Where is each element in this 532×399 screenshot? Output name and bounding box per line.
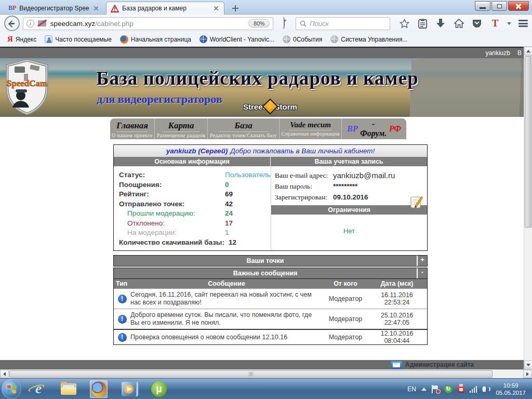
stat-moderated: Прошли модерацию: 24 [119,209,271,219]
globe-icon [330,35,338,43]
bookmark-label: Яндекс [16,36,36,43]
divider [289,130,332,130]
vertical-scrollbar[interactable] [524,47,532,369]
safely-remove-icon[interactable] [458,385,464,393]
info-icon: ! [118,315,127,324]
nav-label: Карта [155,121,207,131]
url-text[interactable]: speedcam.xyz/cabinet.php [50,20,249,28]
bookmark-control-system[interactable]: Система Управления... [327,34,410,44]
menu-button[interactable] [514,16,532,31]
stat-pending: На модерации: 1 [119,228,271,238]
tab-speedcam-recorder[interactable]: BP Видеорегистратор SpeedCa [4,2,104,15]
nav-item-vademecum[interactable]: Vade mecum Справочная информация [280,118,342,139]
language-indicator[interactable]: EN [407,385,416,393]
zoom-level-badge[interactable]: 80% [248,19,270,28]
points-expand-button[interactable]: + [417,256,427,266]
footer-admin-link[interactable]: Администрация сайта [405,361,474,368]
stat-points-sent: Отправлено точек: 42 [119,200,271,209]
nav-item-home[interactable]: Главная О нашем проекте [110,118,155,139]
logged-in-username: yankiuzb [486,49,510,57]
vertical-scroll-thumb[interactable] [525,56,531,228]
tab-close-icon[interactable] [212,5,220,12]
taskbar-explorer[interactable] [60,380,77,398]
nav-item-map[interactable]: Карта Размещение радаров [155,118,208,139]
network-signal-icon[interactable] [470,385,477,393]
bookmark-yandex[interactable]: Я Яндекс [4,34,39,45]
taskbar-media-player[interactable] [120,380,138,398]
close-button[interactable] [508,1,529,11]
forum-rf: РФ [389,124,401,134]
bookmark-home-page[interactable]: Начальная страница [117,34,194,45]
nav-item-forum[interactable]: ВР - Форум. РФ [342,118,406,139]
your-points-bar: Ваши точки + [113,255,428,267]
message-text: Доброго времени суток. Вы писали, что по… [130,309,323,329]
bookmark-label: 0События [293,36,322,43]
nav-item-base[interactable]: База Редактор точек/Скачать базу [208,118,280,139]
password-value: ********* [333,181,357,192]
scroll-down-button[interactable] [524,361,532,369]
search-box[interactable]: Поиск [296,17,390,30]
hidden-icons-arrow[interactable] [421,385,427,391]
minimize-button[interactable] [475,1,490,11]
message-date: 25.10.2016 22:47:05 [368,312,425,326]
section-account: Ваша учетная запись [271,157,427,166]
tab-radar-base[interactable]: База радаров и камер [106,2,224,15]
logout-link-partial[interactable]: В [517,49,522,57]
stat-value: 69 [225,190,233,200]
bookmarks-bar: Я Яндекс Часто посещаемые Начальная стра… [0,32,532,47]
bookmark-star-button[interactable] [395,16,413,31]
stat-value: 12 [229,238,236,248]
stat-status: Статус: Пользователь [119,170,271,180]
messages-collapse-button[interactable]: - [417,268,427,278]
sync-icon[interactable]: ↻ [444,385,453,393]
taskbar-firefox-active[interactable] [90,380,108,398]
stat-value: 42 [225,200,233,209]
bookmark-frequent[interactable]: Часто посещаемые [42,34,115,44]
scroll-up-button[interactable] [524,47,532,56]
taskbar-clock[interactable]: 10:59 05.05.2017 [496,382,528,396]
horizontal-scrollbar[interactable] [0,369,532,378]
toolbar-overflow-button[interactable] [504,16,514,31]
star-icon [400,19,409,28]
bookmark-label: WorldClient - Yanovic... [210,36,274,43]
email-value: yankiuzb@mail.ru [333,170,395,181]
welcome-text: Добро пожаловать в Ваш личный кабинет! [230,147,375,155]
pocket-button[interactable] [468,16,486,31]
tab-close-icon[interactable] [92,5,100,12]
triangle-down-icon [526,364,530,368]
volume-icon[interactable] [482,385,490,393]
forum-vr: ВР [347,124,357,134]
site-title: База полицейских радаров и камер [96,67,419,89]
bookmark-worldclient[interactable]: WorldClient - Yanovic... [196,34,277,44]
taskbar-ie[interactable]: e [30,380,47,398]
scroll-left-button[interactable] [0,370,9,378]
stat-value[interactable]: Пользователь [225,170,271,180]
clock-time: 10:59 [496,382,526,389]
home-button[interactable] [450,16,468,31]
globe-icon [283,35,290,43]
message-row: ! Проверка оповещения о новом сообщении … [114,329,427,344]
new-tab-button[interactable] [229,3,242,14]
start-button[interactable] [2,379,21,399]
library-button[interactable] [414,16,431,31]
plugin-blocked-icon[interactable] [38,20,46,26]
stat-value: 0 [225,180,229,190]
edit-profile-icon[interactable] [410,195,423,209]
scroll-right-button[interactable] [523,370,532,378]
mail-envelope-icon[interactable] [391,361,402,369]
message-date: 12.10.2016 08:04:44 [368,330,425,344]
restore-button[interactable] [491,1,507,11]
back-button[interactable] [4,16,20,31]
taskbar-utorrent[interactable]: µ [150,380,168,398]
bookmark-events[interactable]: 0События [280,34,325,44]
address-bar[interactable]: i speedcam.xyz/cabinet.php 80% [23,17,274,30]
reload-button[interactable] [278,18,289,29]
action-center-flag-icon[interactable] [432,385,439,393]
translate-button[interactable]: T [486,16,504,31]
back-arrow-icon [9,20,15,26]
important-messages-bar: Важные сообщения - [113,268,428,279]
page-info-icon[interactable]: i [26,20,34,28]
forum-mid: - Форум. [359,119,388,138]
downloads-button[interactable] [432,16,449,31]
horizontal-scroll-thumb[interactable] [9,370,493,378]
